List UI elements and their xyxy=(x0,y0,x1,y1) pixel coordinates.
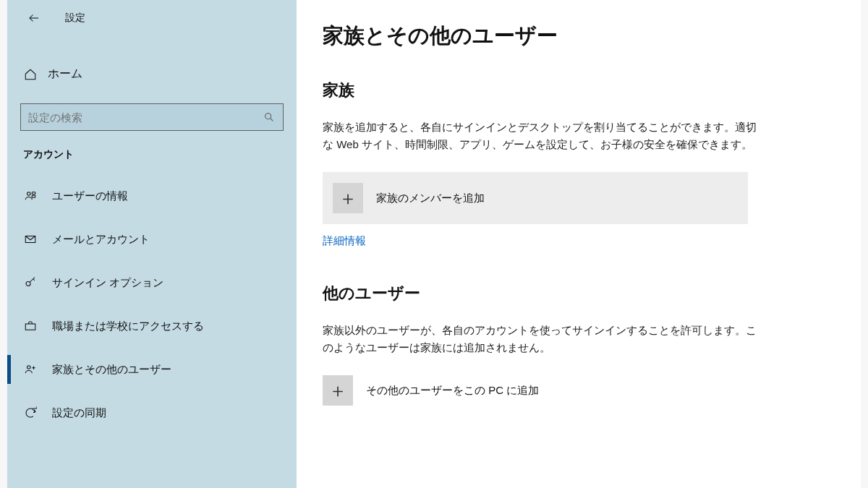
nav-item-your-info[interactable]: ユーザーの情報 xyxy=(7,179,297,213)
svg-line-9 xyxy=(33,279,35,281)
mail-icon xyxy=(23,232,38,247)
other-users-heading: 他のユーザー xyxy=(323,283,832,304)
search-input[interactable] xyxy=(28,111,263,124)
page-title: 家族とその他のユーザー xyxy=(323,22,832,51)
svg-rect-5 xyxy=(32,195,35,197)
home-nav[interactable]: ホーム xyxy=(7,58,297,90)
nav-item-work-school[interactable]: 職場または学校にアクセスする xyxy=(7,309,297,343)
svg-point-11 xyxy=(27,366,31,369)
plus-icon: ＋ xyxy=(323,375,353,406)
nav-item-email[interactable]: メールとアカウント xyxy=(7,222,297,257)
search-icon xyxy=(263,111,276,124)
svg-rect-10 xyxy=(25,324,35,330)
briefcase-icon xyxy=(23,319,38,333)
add-family-label: 家族のメンバーを追加 xyxy=(376,192,485,205)
home-label: ホーム xyxy=(48,67,82,82)
nav-item-label: 家族とその他のユーザー xyxy=(52,363,171,377)
add-family-member-button[interactable]: ＋ 家族のメンバーを追加 xyxy=(323,172,748,224)
add-other-user-button[interactable]: ＋ その他のユーザーをこの PC に追加 xyxy=(323,375,832,406)
back-button[interactable] xyxy=(26,10,42,26)
settings-app: 設定 ホーム アカウント xyxy=(0,0,868,488)
learn-more-link[interactable]: 詳細情報 xyxy=(323,234,366,248)
key-icon xyxy=(23,275,38,290)
svg-line-2 xyxy=(271,119,273,121)
nav-item-signin-options[interactable]: サインイン オプション xyxy=(7,265,297,300)
main-panel: 家族とその他のユーザー 家族 家族を追加すると、各自にサインインとデスクトップを… xyxy=(297,0,861,488)
sync-icon xyxy=(23,406,38,420)
family-description: 家族を追加すると、各自にサインインとデスクトップを割り当てることができます。適切… xyxy=(323,119,757,153)
plus-icon: ＋ xyxy=(333,183,363,213)
arrow-left-icon xyxy=(27,12,41,25)
frame-border-right xyxy=(861,0,868,488)
person-badge-icon xyxy=(23,189,38,203)
nav-item-label: ユーザーの情報 xyxy=(52,189,128,203)
home-icon xyxy=(23,67,38,82)
section-label: アカウント xyxy=(7,131,297,167)
nav-item-family-other-users[interactable]: 家族とその他のユーザー xyxy=(7,352,297,387)
topbar: 設定 xyxy=(7,0,297,36)
nav-item-label: サインイン オプション xyxy=(52,276,163,290)
family-heading: 家族 xyxy=(323,80,832,101)
nav-list: ユーザーの情報 メールとアカウント サインイン オプション xyxy=(7,179,297,430)
nav-item-sync[interactable]: 設定の同期 xyxy=(7,395,297,430)
svg-point-1 xyxy=(265,114,271,119)
people-add-icon xyxy=(23,362,38,377)
other-users-description: 家族以外のユーザーが、各自のアカウントを使ってサインインすることを許可します。こ… xyxy=(323,322,757,356)
add-other-user-label: その他のユーザーをこの PC に追加 xyxy=(366,384,539,398)
search-box[interactable] xyxy=(20,103,284,131)
nav-item-label: 職場または学校にアクセスする xyxy=(52,320,204,333)
svg-point-3 xyxy=(27,192,31,196)
content: 設定 ホーム アカウント xyxy=(7,0,861,488)
window-title: 設定 xyxy=(65,12,85,25)
nav-item-label: メールとアカウント xyxy=(52,233,150,247)
svg-point-7 xyxy=(26,282,30,286)
sidebar: 設定 ホーム アカウント xyxy=(7,0,297,488)
search-wrap xyxy=(7,103,297,131)
frame-border-left xyxy=(0,0,7,488)
nav-item-label: 設定の同期 xyxy=(52,406,106,420)
svg-rect-4 xyxy=(32,192,35,194)
